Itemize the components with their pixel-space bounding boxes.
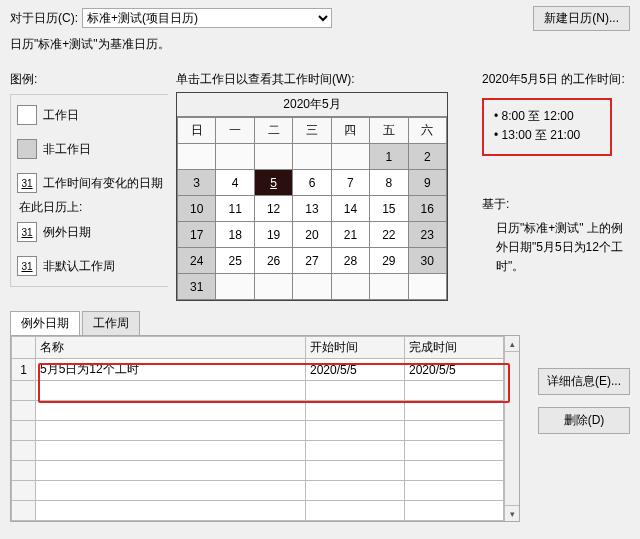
grid-rownum: 1	[12, 359, 36, 381]
grid-cell-end[interactable]	[405, 501, 504, 521]
table-row	[12, 481, 504, 501]
legend-item: 31例外日期	[17, 222, 164, 242]
calendar-day-cell[interactable]: 4	[216, 170, 254, 196]
grid-cell-end[interactable]	[405, 421, 504, 441]
calendar-dow-header: 二	[254, 118, 292, 144]
table-row	[12, 401, 504, 421]
details-button[interactable]: 详细信息(E)...	[538, 368, 630, 395]
grid-rownum	[12, 461, 36, 481]
table-row	[12, 421, 504, 441]
grid-cell-start[interactable]	[306, 421, 405, 441]
calendar-dow-header: 三	[293, 118, 331, 144]
grid-cell-name[interactable]	[36, 421, 306, 441]
calendar-day-cell[interactable]: 2	[408, 144, 446, 170]
calendar-day-cell[interactable]: 9	[408, 170, 446, 196]
grid-cell-start[interactable]	[306, 501, 405, 521]
calendar-dow-header: 五	[370, 118, 408, 144]
calendar-day-cell[interactable]: 27	[293, 248, 331, 274]
calendar-day-cell[interactable]: 13	[293, 196, 331, 222]
grid-scrollbar[interactable]: ▴ ▾	[504, 336, 519, 521]
working-hours-line: • 13:00 至 21:00	[494, 127, 600, 144]
calendar-day-cell[interactable]: 7	[331, 170, 369, 196]
calendar-dow-header: 一	[216, 118, 254, 144]
calendar-day-cell[interactable]: 23	[408, 222, 446, 248]
new-calendar-button[interactable]: 新建日历(N)...	[533, 6, 630, 31]
calendar-day-cell[interactable]: 16	[408, 196, 446, 222]
grid-cell-end[interactable]	[405, 401, 504, 421]
calendar-day-cell[interactable]: 31	[178, 274, 216, 300]
legend-swatch-icon	[17, 139, 37, 159]
legend-subhead: 在此日历上:	[19, 199, 164, 216]
calendar-day-cell[interactable]: 11	[216, 196, 254, 222]
grid-cell-end[interactable]	[405, 461, 504, 481]
calendar-day-cell[interactable]: 14	[331, 196, 369, 222]
working-hours-line: • 8:00 至 12:00	[494, 108, 600, 125]
grid-rownum	[12, 401, 36, 421]
grid-cell-name[interactable]	[36, 441, 306, 461]
grid-rownum	[12, 421, 36, 441]
calendar-day-cell[interactable]: 10	[178, 196, 216, 222]
calendar-subtitle: 日历"标准+测试"为基准日历。	[10, 36, 630, 53]
delete-button[interactable]: 删除(D)	[538, 407, 630, 434]
scroll-down-icon[interactable]: ▾	[505, 505, 519, 521]
grid-cell-start[interactable]	[306, 381, 405, 401]
grid-rownum	[12, 501, 36, 521]
calendar-day-cell[interactable]: 15	[370, 196, 408, 222]
calendar-day-cell[interactable]: 5	[254, 170, 292, 196]
grid-cell-start[interactable]	[306, 481, 405, 501]
exception-grid: 名称开始时间完成时间15月5日为12个工时2020/5/52020/5/5 ▴ …	[10, 335, 520, 522]
grid-cell-name[interactable]	[36, 481, 306, 501]
table-row[interactable]: 15月5日为12个工时2020/5/52020/5/5	[12, 359, 504, 381]
legend-item: 31工作时间有变化的日期	[17, 173, 164, 193]
calendar-day-cell[interactable]: 18	[216, 222, 254, 248]
grid-rownum	[12, 481, 36, 501]
calendar-day-cell[interactable]: 29	[370, 248, 408, 274]
calendar-day-cell[interactable]: 20	[293, 222, 331, 248]
calendar-day-cell[interactable]: 25	[216, 248, 254, 274]
tab-workweeks[interactable]: 工作周	[82, 311, 140, 335]
scroll-up-icon[interactable]: ▴	[505, 336, 519, 352]
grid-header: 完成时间	[405, 337, 504, 359]
calendar-day-cell[interactable]: 12	[254, 196, 292, 222]
calendar-day-cell[interactable]: 24	[178, 248, 216, 274]
calendar-day-cell[interactable]: 17	[178, 222, 216, 248]
grid-cell-end[interactable]	[405, 441, 504, 461]
grid-cell-start[interactable]	[306, 461, 405, 481]
calendar-day-cell[interactable]: 30	[408, 248, 446, 274]
calendar-day-cell[interactable]: 26	[254, 248, 292, 274]
calendar-day-cell[interactable]: 6	[293, 170, 331, 196]
calendar-day-cell	[293, 144, 331, 170]
calendar-day-cell	[408, 274, 446, 300]
calendar-select[interactable]: 标准+测试(项目日历)	[82, 8, 332, 28]
legend-item-label: 非默认工作周	[43, 258, 115, 275]
grid-cell-end[interactable]: 2020/5/5	[405, 359, 504, 381]
grid-cell-name[interactable]: 5月5日为12个工时	[36, 359, 306, 381]
grid-cell-name[interactable]	[36, 501, 306, 521]
calendar-label: 对于日历(C):	[10, 10, 78, 27]
grid-cell-start[interactable]	[306, 401, 405, 421]
tab-exceptions[interactable]: 例外日期	[10, 311, 80, 335]
calendar-day-cell[interactable]: 19	[254, 222, 292, 248]
calendar-day-cell	[216, 274, 254, 300]
grid-cell-start[interactable]	[306, 441, 405, 461]
legend-swatch-icon: 31	[17, 222, 37, 242]
calendar-day-cell	[254, 144, 292, 170]
calendar-day-cell	[331, 274, 369, 300]
grid-cell-name[interactable]	[36, 461, 306, 481]
working-hours-box: • 8:00 至 12:00 • 13:00 至 21:00	[482, 98, 612, 156]
calendar-prompt: 单击工作日以查看其工作时间(W):	[176, 71, 448, 88]
calendar-day-cell[interactable]: 3	[178, 170, 216, 196]
grid-cell-end[interactable]	[405, 481, 504, 501]
calendar-day-cell[interactable]: 22	[370, 222, 408, 248]
legend-swatch-icon: 31	[17, 256, 37, 276]
grid-cell-end[interactable]	[405, 381, 504, 401]
calendar-day-cell[interactable]: 21	[331, 222, 369, 248]
grid-cell-start[interactable]: 2020/5/5	[306, 359, 405, 381]
calendar-day-cell[interactable]: 8	[370, 170, 408, 196]
grid-cell-name[interactable]	[36, 401, 306, 421]
table-row	[12, 461, 504, 481]
grid-cell-name[interactable]	[36, 381, 306, 401]
calendar-day-cell[interactable]: 28	[331, 248, 369, 274]
legend-swatch-icon	[17, 105, 37, 125]
calendar-day-cell[interactable]: 1	[370, 144, 408, 170]
